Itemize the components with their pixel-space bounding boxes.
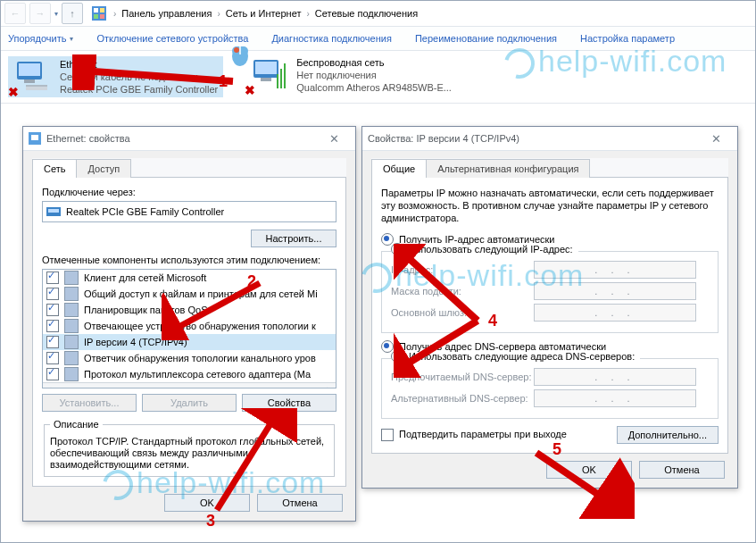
remove-button[interactable]: Удалить xyxy=(142,394,237,412)
conn-name: Беспроводная сеть xyxy=(296,56,452,69)
confirm-on-exit[interactable]: Подтвердить параметры при выходе xyxy=(381,429,567,441)
components-label: Отмеченные компоненты используются этим … xyxy=(42,255,336,265)
svg-rect-1 xyxy=(94,8,98,13)
chevron-right-icon: › xyxy=(215,9,221,19)
up-button[interactable]: ↑ xyxy=(62,3,83,24)
tab-general[interactable]: Общие xyxy=(371,159,427,178)
dns1-field[interactable]: . . . xyxy=(534,368,696,386)
checkbox[interactable] xyxy=(46,288,59,300)
checkbox[interactable] xyxy=(46,304,59,316)
wifi-icon xyxy=(250,56,289,92)
radio-icon xyxy=(391,350,403,363)
list-item: Отвечающее устройство обнаружения тополо… xyxy=(43,318,336,334)
disable-device-button[interactable]: Отключение сетевого устройства xyxy=(96,33,248,44)
dns2-label: Альтернативный DNS-сервер: xyxy=(391,393,534,404)
forward-button[interactable]: → xyxy=(29,3,51,24)
svg-rect-19 xyxy=(48,209,59,213)
advanced-button[interactable]: Дополнительно... xyxy=(617,426,719,444)
horizontal-scrollbar[interactable]: ◄► xyxy=(43,382,336,388)
component-icon xyxy=(64,335,79,349)
annotation-number-3: 3 xyxy=(206,512,215,530)
adapter-field: Realtek PCIe GBE Family Controller xyxy=(42,201,336,222)
tab-network[interactable]: Сеть xyxy=(32,159,77,178)
tab-access[interactable]: Доступ xyxy=(76,159,131,178)
svg-rect-2 xyxy=(100,8,104,13)
ip-label: IP-адрес: xyxy=(391,264,534,275)
connection-wifi[interactable]: ✖ Беспроводная сеть Нет подключения Qual… xyxy=(250,56,452,94)
diagnose-button[interactable]: Диагностика подключения xyxy=(271,33,391,44)
connect-using-label: Подключение через: xyxy=(42,187,336,197)
radio-dns-manual[interactable]: Использовать следующие адреса DNS-сервер… xyxy=(391,350,640,363)
ok-button[interactable]: OK xyxy=(546,461,632,479)
breadcrumb-net[interactable]: Сеть и Интернет xyxy=(226,8,302,19)
breadcrumb-root[interactable]: Панель управления xyxy=(121,8,212,19)
components-list[interactable]: Клиент для сетей Microsoft Общий доступ … xyxy=(42,269,336,388)
error-x-icon: ✖ xyxy=(245,83,255,97)
checkbox[interactable] xyxy=(46,320,59,332)
list-item: Планировщик пакетов QoS xyxy=(43,302,336,318)
annotation-number-2: 2 xyxy=(247,272,256,291)
gateway-field[interactable]: . . . xyxy=(534,304,696,322)
close-button[interactable]: ✕ xyxy=(318,132,350,146)
svg-rect-17 xyxy=(31,135,38,140)
list-item-ipv4: IP версии 4 (TCP/IPv4) xyxy=(43,334,336,350)
list-item: Протокол мультиплексора сетевого адаптер… xyxy=(43,366,336,382)
conn-adapter: Realtek PCIe GBE Family Controller xyxy=(60,83,218,96)
organize-menu[interactable]: Упорядочить▾ xyxy=(8,33,73,44)
address-bar[interactable]: › Панель управления › Сеть и Интернет › … xyxy=(90,4,752,22)
svg-rect-15 xyxy=(284,63,286,88)
component-icon xyxy=(64,351,79,365)
svg-rect-9 xyxy=(26,85,47,87)
radio-icon xyxy=(381,340,394,353)
svg-rect-6 xyxy=(19,63,40,76)
properties-button[interactable]: Свойства xyxy=(242,394,336,412)
chevron-right-icon: › xyxy=(112,9,118,19)
gateway-label: Основной шлюз: xyxy=(391,307,534,318)
back-button[interactable]: ← xyxy=(4,3,26,24)
ip-field[interactable]: . . . xyxy=(534,261,696,279)
ethernet-properties-dialog: Ethernet: свойства ✕ Сеть Доступ Подключ… xyxy=(22,126,356,522)
conn-status: Нет подключения xyxy=(296,69,452,81)
breadcrumb-conns[interactable]: Сетевые подключения xyxy=(315,8,418,19)
checkbox[interactable] xyxy=(46,352,59,364)
tab-alt-config[interactable]: Альтернативная конфигурация xyxy=(426,159,590,178)
tabs: Сеть Доступ xyxy=(32,158,346,178)
checkbox[interactable] xyxy=(46,272,59,284)
svg-rect-3 xyxy=(94,14,98,19)
component-icon xyxy=(64,287,79,301)
chevron-right-icon: › xyxy=(304,9,311,19)
ok-button[interactable]: OK xyxy=(164,494,250,512)
annotation-number-1: 1 xyxy=(219,72,228,91)
ethernet-icon xyxy=(13,58,53,94)
component-icon xyxy=(64,319,79,333)
adapter-icon xyxy=(29,132,41,145)
component-icon xyxy=(64,271,79,285)
list-item: Ответчик обнаружения топологии канальног… xyxy=(43,350,336,366)
control-panel-icon xyxy=(92,6,106,21)
mask-field[interactable]: . . . xyxy=(534,282,696,300)
description-box: Описание Протокол TCP/IP. Стандартный пр… xyxy=(44,419,335,477)
install-button[interactable]: Установить... xyxy=(42,394,137,412)
close-button[interactable]: ✕ xyxy=(700,132,732,146)
svg-rect-12 xyxy=(261,78,271,81)
info-paragraph: Параметры IP можно назначать автоматичес… xyxy=(381,187,719,224)
list-item: Клиент для сетей Microsoft xyxy=(43,270,336,286)
radio-ip-manual[interactable]: Использовать следующий IP-адрес: xyxy=(391,243,578,255)
adapter-settings-button[interactable]: Настройка параметр xyxy=(580,33,675,44)
svg-rect-14 xyxy=(280,69,282,88)
rename-button[interactable]: Переименование подключения xyxy=(415,33,557,44)
checkbox[interactable] xyxy=(46,368,59,380)
cancel-button[interactable]: Отмена xyxy=(639,461,725,479)
checkbox[interactable] xyxy=(46,336,59,348)
configure-button[interactable]: Настроить... xyxy=(251,230,336,247)
connection-ethernet[interactable]: ✖ Ethernet Сетевой кабель не подключен R… xyxy=(8,56,223,97)
dialog-title: Ethernet: свойства xyxy=(46,133,318,144)
dns1-label: Предпочитаемый DNS-сервер: xyxy=(391,372,534,382)
dns2-field[interactable]: . . . xyxy=(534,389,696,407)
svg-rect-7 xyxy=(24,79,35,83)
checkbox xyxy=(381,429,394,441)
cancel-button[interactable]: Отмена xyxy=(257,494,343,512)
list-item: Общий доступ к файлам и принтерам для се… xyxy=(43,286,336,302)
cursor-graphic-icon xyxy=(229,40,251,67)
history-dropdown[interactable]: ▾ xyxy=(54,10,58,18)
